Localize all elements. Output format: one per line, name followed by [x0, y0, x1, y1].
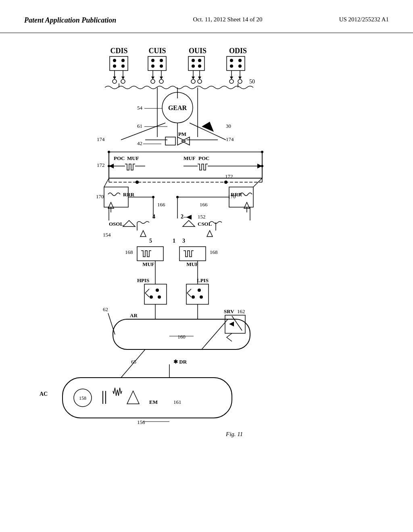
svg-point-9: [113, 79, 117, 83]
svg-marker-72: [140, 231, 146, 237]
num154-label: 154: [103, 232, 111, 238]
num50-label: 50: [249, 79, 255, 85]
svg-marker-8: [121, 77, 125, 79]
svg-point-4: [121, 64, 125, 68]
svg-point-24: [198, 59, 201, 62]
num61-label: 61: [137, 123, 142, 129]
diagram-container: CDIS CUIS OUIS ODIS 50: [0, 33, 413, 532]
num160-label: 160: [177, 334, 186, 340]
svg-point-12: [151, 59, 154, 62]
header-center: Oct. 11, 2012 Sheet 14 of 20: [193, 16, 263, 23]
svg-marker-7: [113, 77, 116, 79]
muf-bot-left-label: MUF: [142, 261, 154, 267]
svg-point-32: [198, 79, 202, 83]
num5-label: 5: [149, 238, 152, 244]
num168b-label: 168: [210, 249, 218, 255]
num174a-label: 174: [97, 136, 105, 142]
svg-point-131: [261, 151, 263, 153]
muf-left-label: MUF: [127, 155, 139, 161]
pm-label: PM: [178, 131, 186, 137]
svg-marker-96: [127, 391, 139, 404]
csol-label: CSOL: [198, 221, 212, 227]
svg-point-62: [224, 181, 227, 184]
num1-label: 1: [173, 238, 175, 244]
svg-marker-40: [230, 77, 233, 79]
poc-left-label: POC: [114, 155, 125, 161]
svg-rect-11: [148, 56, 166, 71]
page-header: Patent Application Publication Oct. 11, …: [0, 0, 413, 33]
svg-rect-86: [225, 315, 245, 333]
num158-label: 158: [79, 395, 86, 401]
svg-point-37: [238, 64, 242, 68]
num162-label: 162: [237, 308, 245, 314]
svg-point-21: [159, 79, 163, 83]
num174b-label: 174: [226, 136, 234, 142]
num170a-label: 170: [96, 193, 104, 200]
svg-line-105: [104, 178, 109, 187]
header-right: US 2012/255232 A1: [339, 16, 389, 23]
num3-label: 3: [182, 238, 185, 244]
svg-point-25: [192, 64, 195, 68]
num166a-label: 166: [157, 202, 165, 208]
svg-point-13: [160, 59, 163, 62]
hpis-label: HPIS: [137, 277, 149, 283]
svg-marker-87: [229, 322, 234, 326]
svg-point-85: [200, 295, 203, 299]
svg-point-35: [238, 59, 242, 62]
svg-point-130: [108, 151, 110, 153]
ac-label: AC: [40, 391, 48, 397]
svg-rect-94: [63, 378, 232, 418]
osol-label: OSOL: [109, 221, 123, 227]
num42-label: 42: [137, 140, 142, 146]
svg-point-26: [198, 64, 201, 68]
svg-marker-41: [238, 77, 242, 79]
svg-marker-73: [183, 220, 195, 227]
svg-point-80: [150, 295, 153, 299]
svg-point-23: [192, 59, 195, 62]
svg-point-81: [158, 295, 161, 299]
svg-rect-22: [188, 56, 204, 71]
cdis-label: CDIS: [110, 47, 127, 55]
svg-point-43: [238, 79, 242, 83]
svg-rect-77: [179, 247, 206, 261]
svg-point-2: [121, 59, 125, 62]
svg-point-42: [229, 79, 234, 83]
svg-marker-18: [151, 77, 154, 79]
svg-point-61: [136, 181, 139, 184]
svg-point-83: [198, 289, 201, 292]
svg-point-128: [108, 165, 110, 167]
svg-line-91: [108, 313, 115, 335]
svg-point-10: [121, 79, 125, 83]
svg-rect-33: [227, 56, 245, 71]
svg-point-15: [160, 64, 163, 68]
svg-rect-78: [144, 284, 167, 304]
svg-point-79: [156, 289, 159, 292]
num161-label: 161: [173, 399, 181, 405]
muf-right-label: MUF: [184, 155, 196, 161]
svg-point-31: [191, 79, 195, 83]
num152-label: 152: [198, 214, 206, 220]
svg-point-129: [261, 165, 263, 167]
svg-line-111: [121, 349, 145, 378]
gear-label: GEAR: [168, 104, 187, 111]
svg-rect-49: [165, 137, 175, 145]
svg-marker-75: [207, 231, 213, 237]
num30-label: 30: [226, 123, 231, 129]
num172a-label: 172: [97, 162, 105, 168]
svg-point-84: [192, 295, 195, 299]
odis-label: ODIS: [229, 47, 247, 55]
svg-rect-0: [110, 56, 128, 71]
ar-label: AR: [130, 312, 138, 318]
svg-rect-82: [186, 284, 209, 304]
fig11-label: Fig. 11: [225, 431, 243, 437]
svg-point-14: [151, 64, 154, 68]
num65-label: 65: [131, 359, 136, 365]
svg-point-1: [113, 59, 116, 62]
rrr-left-label: RRR: [123, 191, 135, 197]
num4-label: 4: [152, 214, 155, 220]
svg-point-3: [113, 64, 116, 68]
num166b-label: 166: [200, 202, 208, 208]
svg-marker-29: [192, 77, 195, 79]
ouis-label: OUIS: [189, 47, 206, 55]
num2-label: 2: [181, 214, 184, 220]
